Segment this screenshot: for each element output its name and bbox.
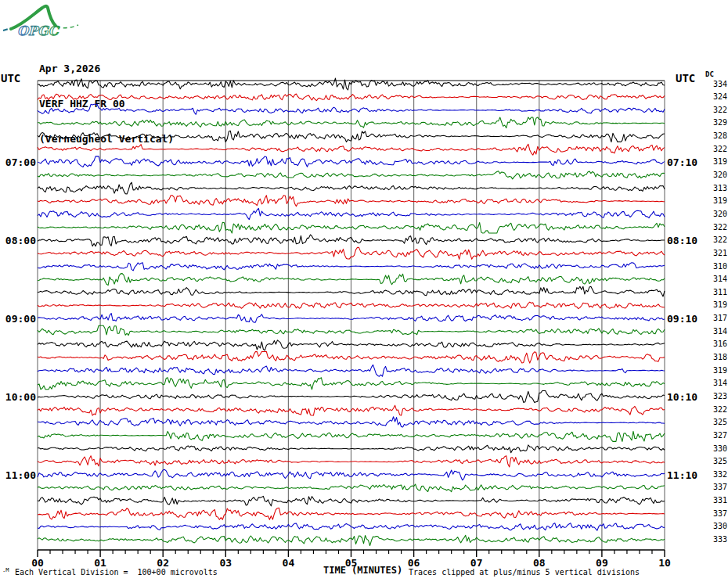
- dc-value: 334: [700, 80, 727, 88]
- dc-value: 337: [700, 509, 727, 518]
- dc-value: 327: [700, 431, 727, 440]
- x-axis-title: TIME (MINUTES): [323, 565, 402, 576]
- dc-value: 330: [700, 444, 727, 453]
- dc-value: 320: [700, 171, 727, 179]
- dc-value: 331: [700, 496, 727, 505]
- helicorder-page: OPGC Apr 3,2026 VERF HHZ FR 00 (Verneugh…: [0, 0, 728, 582]
- dc-value: 324: [700, 92, 727, 101]
- x-tick-label: 08: [528, 557, 551, 569]
- hour-label-right: 09:10: [667, 313, 697, 325]
- x-tick-label: 06: [402, 557, 426, 569]
- dc-value: 320: [700, 210, 727, 218]
- hour-label-left: 09:00: [0, 313, 36, 325]
- dc-value: 322: [700, 106, 727, 114]
- dc-value: 319: [700, 366, 727, 375]
- hour-label-left: 11:00: [0, 469, 36, 481]
- dc-value: 314: [700, 379, 727, 387]
- dc-value: 318: [700, 353, 727, 361]
- dc-value: 337: [700, 483, 727, 491]
- dc-value: 325: [700, 457, 727, 465]
- dc-value: 313: [700, 184, 727, 192]
- dc-value: 314: [700, 327, 727, 336]
- dc-value: 310: [700, 262, 727, 271]
- dc-value: 319: [700, 196, 727, 205]
- dc-value: 322: [700, 235, 727, 244]
- vertical-division-note: Each Vertical Division = 100+00 microvol…: [15, 568, 218, 577]
- hour-label-left: 10:00: [0, 391, 36, 403]
- dc-value: 328: [700, 131, 727, 140]
- x-tick-label: 10: [653, 557, 676, 569]
- dc-value: 322: [700, 145, 727, 153]
- x-tick-label: 09: [590, 557, 614, 569]
- hour-label-left: 08:00: [0, 235, 36, 246]
- dc-value: 311: [700, 288, 727, 296]
- dc-value: 314: [700, 275, 727, 283]
- dc-value: 323: [700, 392, 727, 401]
- x-tick-label: 04: [276, 557, 300, 569]
- x-tick-label: 07: [465, 557, 488, 569]
- footer-mark: .M: [2, 567, 9, 573]
- dc-value: 330: [700, 522, 727, 530]
- dc-value: 317: [700, 314, 727, 322]
- hour-label-right: 07:10: [667, 156, 697, 168]
- hour-label-right: 11:10: [667, 469, 697, 481]
- dc-value: 321: [700, 249, 727, 257]
- dc-value: 332: [700, 470, 727, 479]
- x-tick-label: 00: [26, 557, 49, 569]
- dc-value: 325: [700, 418, 727, 426]
- dc-value: 322: [700, 405, 727, 414]
- hour-label-right: 08:10: [667, 235, 697, 246]
- dc-value: 329: [700, 118, 727, 127]
- dc-value: 319: [700, 300, 727, 309]
- x-tick-label: 01: [88, 557, 112, 569]
- dc-value: 322: [700, 223, 727, 232]
- dc-value: 316: [700, 340, 727, 348]
- x-tick-label: 03: [214, 557, 237, 569]
- dc-value: 333: [700, 535, 727, 544]
- helicorder-plot: [0, 0, 728, 582]
- dc-value: 319: [700, 157, 727, 166]
- hour-label-left: 07:00: [0, 156, 36, 168]
- hour-label-right: 10:10: [667, 391, 697, 403]
- x-tick-label: 02: [151, 557, 175, 569]
- clip-note: Traces clipped at plus/minus 5 vertical …: [409, 568, 640, 577]
